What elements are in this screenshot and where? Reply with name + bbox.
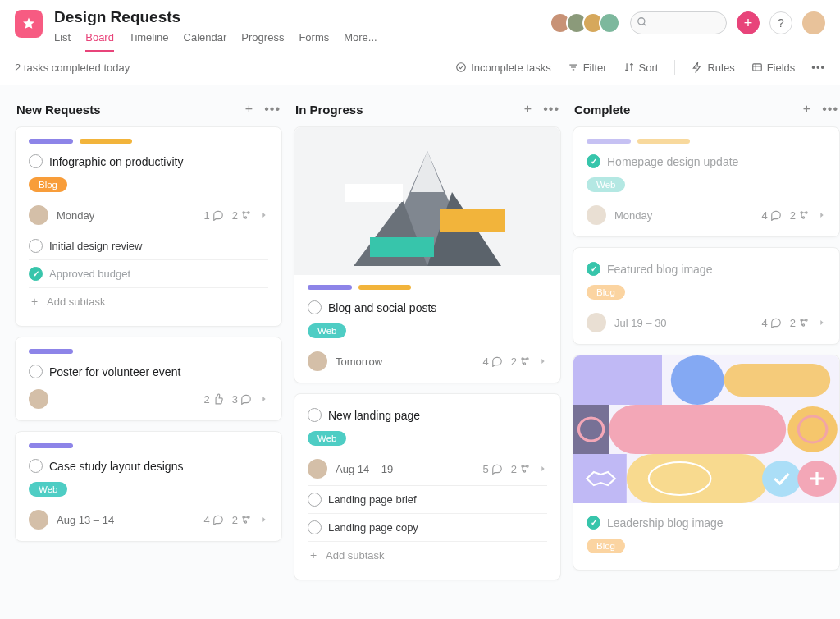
complete-checkbox[interactable] bbox=[29, 365, 43, 378]
subtask-row[interactable]: Approved budget bbox=[29, 260, 268, 288]
chevron-right-icon[interactable] bbox=[539, 465, 547, 473]
tag-pill[interactable]: Blog bbox=[587, 285, 625, 300]
comments-count[interactable]: 4 bbox=[762, 209, 782, 222]
tag-pill[interactable]: Blog bbox=[587, 539, 625, 553]
column-more-button[interactable]: ••• bbox=[543, 102, 559, 117]
card[interactable]: Blog and social postsWebTomorrow4 2 bbox=[294, 126, 561, 383]
card[interactable]: Homepage design updateWebMonday4 2 bbox=[573, 126, 840, 237]
subtasks-count[interactable]: 2 bbox=[511, 463, 531, 475]
project-icon[interactable] bbox=[15, 10, 43, 38]
complete-checkbox[interactable] bbox=[587, 516, 600, 530]
search[interactable] bbox=[630, 11, 727, 34]
subtasks-count[interactable]: 2 bbox=[232, 209, 252, 222]
subtask-checkbox[interactable] bbox=[308, 493, 322, 507]
header-right: + ? bbox=[555, 11, 825, 34]
tag-pill[interactable]: Blog bbox=[29, 177, 67, 192]
card[interactable]: Poster for volunteer event2 3 bbox=[15, 337, 282, 421]
tab-progress[interactable]: Progress bbox=[241, 31, 284, 52]
chevron-right-icon[interactable] bbox=[818, 319, 826, 327]
subtasks-count[interactable]: 2 bbox=[790, 317, 810, 329]
assignee-avatar[interactable] bbox=[29, 510, 48, 530]
assignee-avatar[interactable] bbox=[587, 205, 606, 225]
fields-button[interactable]: Fields bbox=[751, 62, 796, 74]
column: Complete+•••Homepage design updateWebMon… bbox=[573, 99, 840, 609]
card[interactable]: Leadership blog imageBlog bbox=[573, 355, 840, 571]
user-avatar[interactable] bbox=[802, 11, 825, 34]
subtasks-count[interactable]: 2 bbox=[511, 355, 531, 368]
column-header: In Progress+••• bbox=[294, 99, 561, 126]
tag-pill[interactable]: Web bbox=[308, 323, 346, 338]
assignee-avatar[interactable] bbox=[29, 205, 48, 225]
subtask-row[interactable]: Landing page copy bbox=[308, 514, 547, 542]
card[interactable]: Case study layout designsWebAug 13 – 144… bbox=[15, 431, 282, 542]
tag-pill[interactable]: Web bbox=[308, 431, 346, 446]
filter-button[interactable]: Filter bbox=[568, 62, 607, 74]
add-card-button[interactable]: + bbox=[245, 102, 253, 117]
tab-calendar[interactable]: Calendar bbox=[184, 31, 227, 52]
complete-checkbox[interactable] bbox=[29, 459, 43, 473]
member-avatars[interactable] bbox=[555, 12, 620, 34]
complete-checkbox[interactable] bbox=[29, 154, 43, 168]
comments-count[interactable]: 5 bbox=[483, 463, 503, 475]
assignee-avatar[interactable] bbox=[308, 459, 327, 479]
add-button[interactable]: + bbox=[737, 11, 760, 34]
chevron-right-icon[interactable] bbox=[260, 395, 268, 403]
add-card-button[interactable]: + bbox=[803, 102, 810, 117]
page-title: Design Requests bbox=[54, 8, 377, 26]
add-subtask-button[interactable]: +Add subtask bbox=[308, 542, 547, 568]
rules-button[interactable]: Rules bbox=[692, 62, 734, 74]
subtask-checkbox[interactable] bbox=[29, 267, 43, 281]
add-card-button[interactable]: + bbox=[524, 102, 532, 117]
likes-count[interactable]: 2 bbox=[204, 393, 224, 406]
svg-rect-19 bbox=[345, 184, 403, 202]
chevron-right-icon[interactable] bbox=[260, 211, 268, 219]
subtask-label: Landing page brief bbox=[328, 493, 417, 506]
column-title: New Requests bbox=[16, 103, 101, 117]
column: New Requests+•••Infographic on productiv… bbox=[15, 99, 282, 609]
complete-checkbox[interactable] bbox=[308, 408, 322, 422]
complete-checkbox[interactable] bbox=[587, 154, 600, 168]
add-subtask-button[interactable]: +Add subtask bbox=[29, 288, 268, 314]
card[interactable]: Featured blog imageBlogJul 19 – 304 2 bbox=[573, 247, 840, 345]
sort-button[interactable]: Sort bbox=[623, 62, 659, 74]
tab-list[interactable]: List bbox=[54, 31, 71, 52]
column-more-button[interactable]: ••• bbox=[264, 102, 281, 117]
assignee-avatar[interactable] bbox=[587, 313, 606, 332]
toolbar: 2 tasks completed today Incomplete tasks… bbox=[0, 52, 840, 85]
card[interactable]: Infographic on productivityBlogMonday1 2… bbox=[15, 126, 282, 327]
incomplete-tasks-filter[interactable]: Incomplete tasks bbox=[455, 62, 551, 74]
subtasks-count[interactable]: 2 bbox=[790, 209, 810, 222]
subtask-checkbox[interactable] bbox=[29, 239, 43, 253]
tab-board[interactable]: Board bbox=[85, 31, 114, 52]
comments-count[interactable]: 4 bbox=[483, 355, 503, 368]
chevron-right-icon[interactable] bbox=[260, 516, 268, 524]
tab-more-[interactable]: More... bbox=[344, 31, 377, 52]
column-more-button[interactable]: ••• bbox=[822, 102, 838, 117]
chevron-right-icon[interactable] bbox=[539, 357, 547, 365]
member-avatar[interactable] bbox=[599, 12, 620, 34]
card[interactable]: New landing pageWebAug 14 – 195 2 Landin… bbox=[294, 393, 561, 580]
task-title: Poster for volunteer event bbox=[49, 365, 180, 378]
task-title: Infographic on productivity bbox=[49, 155, 183, 168]
chevron-right-icon[interactable] bbox=[818, 211, 826, 219]
complete-checkbox[interactable] bbox=[587, 262, 600, 276]
tag-pill[interactable]: Web bbox=[587, 177, 625, 192]
tab-timeline[interactable]: Timeline bbox=[129, 31, 169, 52]
assignee-avatar[interactable] bbox=[308, 351, 327, 371]
star-icon bbox=[21, 16, 36, 31]
tab-forms[interactable]: Forms bbox=[299, 31, 329, 52]
subtask-checkbox[interactable] bbox=[308, 520, 322, 534]
task-title-row: Case study layout designs bbox=[29, 456, 268, 475]
comments-count[interactable]: 1 bbox=[204, 209, 224, 222]
comments-count[interactable]: 4 bbox=[762, 317, 782, 329]
comments-count[interactable]: 4 bbox=[204, 514, 224, 526]
comments-count[interactable]: 3 bbox=[232, 393, 252, 406]
subtasks-count[interactable]: 2 bbox=[232, 514, 252, 526]
tag-pill[interactable]: Web bbox=[29, 482, 67, 497]
assignee-avatar[interactable] bbox=[29, 389, 48, 409]
subtask-row[interactable]: Landing page brief bbox=[308, 486, 547, 514]
help-button[interactable]: ? bbox=[769, 11, 792, 34]
more-button[interactable]: ••• bbox=[811, 62, 825, 74]
subtask-row[interactable]: Initial design review bbox=[29, 232, 268, 260]
complete-checkbox[interactable] bbox=[308, 300, 322, 314]
